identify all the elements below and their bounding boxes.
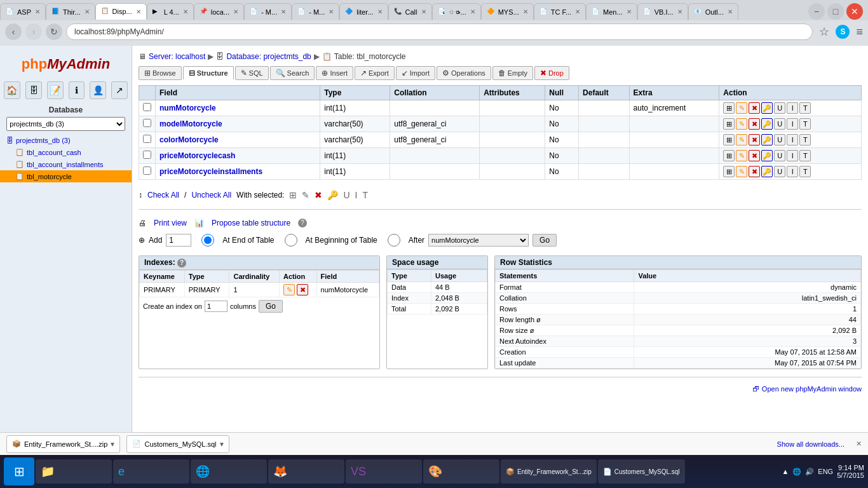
action-browse-2[interactable]: ⊞ bbox=[723, 134, 735, 146]
minimize-button[interactable]: − bbox=[808, 3, 825, 20]
taskbar-btn-2[interactable]: 📄 Customers_MySQL.sql bbox=[598, 459, 685, 484]
download-chevron-1[interactable]: ▾ bbox=[111, 440, 114, 449]
taskbar-vs[interactable]: VS bbox=[346, 459, 422, 484]
download-bar-close[interactable]: ✕ bbox=[856, 440, 862, 448]
bookmark-icon[interactable]: ☆ bbox=[819, 25, 829, 39]
action-primary-0[interactable]: 🔑 bbox=[761, 102, 773, 114]
tab-close-efo[interactable]: ✕ bbox=[470, 8, 475, 15]
action-drop-2[interactable]: ✖ bbox=[749, 134, 760, 146]
check-all-link[interactable]: Check All bbox=[147, 191, 179, 200]
tab-call[interactable]: 📞 Call ✕ bbox=[388, 3, 432, 20]
taskbar-btn-1[interactable]: 📦 Entity_Framework_St...zip bbox=[501, 459, 597, 484]
tab-l4[interactable]: ▶ L 4... ✕ bbox=[147, 3, 194, 20]
action-fulltext-1[interactable]: T bbox=[799, 118, 811, 130]
at-end-radio[interactable] bbox=[195, 234, 220, 247]
start-button[interactable]: ⊞ bbox=[4, 458, 34, 485]
sidebar-item-tbl-account-cash[interactable]: 📋 tbl_account_cash bbox=[0, 146, 132, 158]
url-input[interactable] bbox=[66, 24, 813, 40]
action-edit-2[interactable]: ✎ bbox=[736, 134, 747, 146]
tab-close-loca[interactable]: ✕ bbox=[233, 8, 238, 15]
toolbar-browse-btn[interactable]: ⊞ Browse bbox=[139, 66, 182, 80]
tab-close-m1[interactable]: ✕ bbox=[281, 8, 286, 15]
toolbar-structure-btn[interactable]: ⊟ Structure bbox=[183, 66, 234, 80]
action-fulltext-2[interactable]: T bbox=[799, 134, 811, 146]
action-primary-4[interactable]: 🔑 bbox=[761, 166, 773, 177]
action-primary-1[interactable]: 🔑 bbox=[761, 118, 773, 130]
tab-efo[interactable]: 📄 ေဖာ... ✕ bbox=[432, 3, 481, 20]
after-radio[interactable] bbox=[381, 234, 407, 247]
taskbar-chrome[interactable]: 🌐 bbox=[191, 459, 267, 484]
action-index-0[interactable]: I bbox=[787, 102, 798, 114]
with-selected-browse-icon[interactable]: ⊞ bbox=[289, 190, 297, 200]
uncheck-all-link[interactable]: Uncheck All bbox=[191, 191, 231, 200]
propose-help-icon[interactable]: ? bbox=[298, 219, 307, 227]
tab-loca[interactable]: 📌 loca... ✕ bbox=[194, 3, 244, 20]
sidebar-tree-db[interactable]: 🗄 projectmts_db (3) bbox=[0, 135, 132, 146]
create-index-input[interactable] bbox=[205, 301, 227, 312]
with-selected-fulltext-icon[interactable]: T bbox=[362, 190, 368, 200]
tab-close-mys[interactable]: ✕ bbox=[523, 8, 528, 15]
tab-men[interactable]: 📄 Men... ✕ bbox=[586, 3, 637, 20]
action-drop-0[interactable]: ✖ bbox=[749, 102, 760, 114]
toolbar-drop-btn[interactable]: ✖ Drop bbox=[534, 66, 569, 80]
tab-close-thir[interactable]: ✕ bbox=[85, 8, 90, 15]
create-index-go-button[interactable]: Go bbox=[259, 300, 283, 313]
tab-vbi[interactable]: 📄 VB.I... ✕ bbox=[637, 3, 688, 20]
status-icon[interactable]: ℹ bbox=[69, 81, 85, 99]
with-selected-index-icon[interactable]: I bbox=[355, 190, 358, 200]
toolbar-sql-btn[interactable]: ✎ SQL bbox=[235, 66, 269, 80]
action-edit-1[interactable]: ✎ bbox=[736, 118, 747, 130]
toolbar-import-btn[interactable]: ↙ Import bbox=[396, 66, 435, 80]
action-unique-2[interactable]: U bbox=[774, 134, 785, 146]
tab-close-disp[interactable]: ✕ bbox=[136, 8, 141, 15]
toolbar-insert-btn[interactable]: ⊕ Insert bbox=[316, 66, 353, 80]
action-browse-1[interactable]: ⊞ bbox=[723, 118, 735, 130]
add-field-go-button[interactable]: Go bbox=[532, 234, 557, 247]
download-chevron-2[interactable]: ▾ bbox=[220, 440, 224, 449]
toolbar-operations-btn[interactable]: ⚙ Operations bbox=[437, 66, 491, 80]
tab-outl[interactable]: 📧 Outl... ✕ bbox=[688, 3, 738, 20]
action-primary-2[interactable]: 🔑 bbox=[761, 134, 773, 146]
print-view-link[interactable]: Print view bbox=[154, 219, 187, 227]
action-index-2[interactable]: I bbox=[787, 134, 798, 146]
open-window-link[interactable]: 🗗 Open new phpMyAdmin window bbox=[139, 385, 862, 393]
action-index-4[interactable]: I bbox=[787, 166, 798, 177]
tab-close-tcf[interactable]: ✕ bbox=[575, 8, 580, 15]
taskbar-up-icon[interactable]: ▲ bbox=[782, 468, 789, 475]
tab-close-m2[interactable]: ✕ bbox=[329, 8, 334, 15]
propose-structure-link[interactable]: Propose table structure bbox=[212, 219, 290, 227]
tab-asp[interactable]: 📄 ASP ✕ bbox=[0, 3, 46, 20]
action-fulltext-0[interactable]: T bbox=[799, 102, 811, 114]
user-icon[interactable]: 👤 bbox=[90, 81, 106, 99]
action-primary-3[interactable]: 🔑 bbox=[761, 150, 773, 161]
action-index-1[interactable]: I bbox=[787, 118, 798, 130]
with-selected-edit-icon[interactable]: ✎ bbox=[302, 190, 309, 200]
home-icon[interactable]: 🏠 bbox=[4, 81, 20, 99]
sidebar-item-tbl-motorcycle[interactable]: 📋 tbl_motorcycle bbox=[0, 170, 132, 182]
taskbar-volume-icon[interactable]: 🔊 bbox=[805, 468, 814, 476]
at-beginning-radio[interactable] bbox=[278, 234, 304, 247]
action-drop-4[interactable]: ✖ bbox=[749, 166, 760, 177]
sidebar-item-tbl-account-installments[interactable]: 📋 tbl_account_installments bbox=[0, 158, 132, 170]
action-edit-3[interactable]: ✎ bbox=[736, 150, 747, 161]
taskbar-paint[interactable]: 🎨 bbox=[423, 459, 499, 484]
tab-tcf[interactable]: 📄 TC F... ✕ bbox=[534, 3, 586, 20]
breadcrumb-server[interactable]: Server: localhost bbox=[149, 52, 205, 61]
toolbar-export-btn[interactable]: ↗ Export bbox=[355, 66, 395, 80]
action-browse-3[interactable]: ⊞ bbox=[723, 150, 735, 161]
after-field-select[interactable]: numMotorcycle modelMotorcycle colorMotor… bbox=[428, 234, 529, 247]
with-selected-primary-icon[interactable]: 🔑 bbox=[327, 190, 338, 200]
indexes-help-icon[interactable]: ? bbox=[177, 259, 186, 268]
action-edit-0[interactable]: ✎ bbox=[736, 102, 747, 114]
tab-close-call[interactable]: ✕ bbox=[421, 8, 426, 15]
back-button[interactable]: ‹ bbox=[5, 24, 22, 40]
action-fulltext-3[interactable]: T bbox=[799, 150, 811, 161]
action-unique-1[interactable]: U bbox=[774, 118, 785, 130]
action-index-3[interactable]: I bbox=[787, 150, 798, 161]
idx-delete-icon[interactable]: ✖ bbox=[297, 284, 308, 295]
toolbar-empty-btn[interactable]: 🗑 Empty bbox=[492, 66, 533, 80]
tab-close-outl[interactable]: ✕ bbox=[728, 8, 733, 15]
reload-button[interactable]: ↻ bbox=[46, 24, 62, 40]
tab-m2[interactable]: 📄 - M... ✕ bbox=[292, 3, 339, 20]
db-icon[interactable]: 🗄 bbox=[25, 81, 42, 99]
